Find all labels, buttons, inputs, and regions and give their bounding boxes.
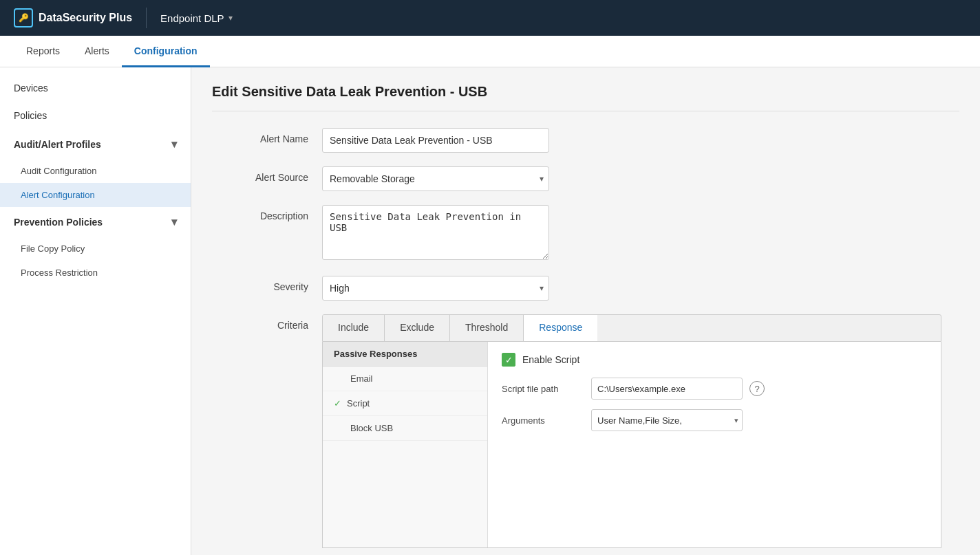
enable-script-checkbox[interactable]: ✓ <box>502 353 515 367</box>
criteria-tabs-bar: Include Exclude Threshold Response <box>322 314 941 342</box>
script-path-input[interactable] <box>591 378 743 400</box>
nav-configuration[interactable]: Configuration <box>122 36 210 67</box>
sidebar-item-audit-config[interactable]: Audit Configuration <box>0 159 191 183</box>
arguments-row: Arguments User Name,File Size, User Name… <box>502 409 927 431</box>
severity-label: Severity <box>212 276 322 292</box>
response-right-panel: ✓ Enable Script Script file path ? Argum… <box>488 342 941 547</box>
severity-row: Severity High Medium Low ▾ <box>212 276 959 301</box>
response-item-email[interactable]: Email <box>323 367 487 391</box>
passive-responses-header: Passive Responses <box>323 342 487 367</box>
script-check-icon: ✓ <box>334 398 341 409</box>
sidebar-item-file-copy[interactable]: File Copy Policy <box>0 237 191 261</box>
topbar-divider <box>146 8 147 28</box>
arguments-wrapper: User Name,File Size, User Name File Size… <box>591 409 743 431</box>
enable-script-label: Enable Script <box>522 354 579 365</box>
description-control: Sensitive Data Leak Prevention in USB <box>322 205 549 262</box>
response-item-block-usb[interactable]: Block USB <box>323 416 487 441</box>
alert-source-label: Alert Source <box>212 166 322 183</box>
module-arrow: ▾ <box>228 13 233 23</box>
chevron-icon-prevention: ▾ <box>171 215 177 228</box>
enable-script-row: ✓ Enable Script <box>502 353 927 367</box>
nav-reports[interactable]: Reports <box>14 36 72 67</box>
response-item-script[interactable]: ✓ Script <box>323 391 487 416</box>
tab-response[interactable]: Response <box>524 315 597 341</box>
sidebar: Devices Policies Audit/Alert Profiles ▾ … <box>0 67 191 555</box>
criteria-row: Criteria Include Exclude Threshold Respo… <box>212 314 959 548</box>
tab-threshold[interactable]: Threshold <box>450 315 524 341</box>
alert-source-row: Alert Source Removable Storage ▾ <box>212 166 959 191</box>
module-label: Endpoint DLP <box>160 12 224 24</box>
description-row: Description Sensitive Data Leak Preventi… <box>212 205 959 262</box>
sidebar-item-devices[interactable]: Devices <box>0 74 191 102</box>
topbar: 🔑 DataSecurity Plus Endpoint DLP ▾ <box>0 0 980 36</box>
response-left-panel: Passive Responses Email ✓ Script Block U… <box>323 342 488 547</box>
page-title: Edit Sensitive Data Leak Prevention - US… <box>212 84 959 111</box>
description-textarea[interactable]: Sensitive Data Leak Prevention in USB <box>322 205 549 260</box>
alert-name-label: Alert Name <box>212 128 322 144</box>
tab-exclude[interactable]: Exclude <box>385 315 450 341</box>
criteria-label: Criteria <box>212 314 322 331</box>
alert-name-control <box>322 128 549 153</box>
alert-source-control: Removable Storage ▾ <box>322 166 549 191</box>
logo-icon: 🔑 <box>14 8 33 28</box>
sidebar-item-alert-config[interactable]: Alert Configuration <box>0 183 191 207</box>
sidebar-item-process-restriction[interactable]: Process Restriction <box>0 261 191 285</box>
script-path-row: Script file path ? <box>502 378 927 400</box>
tab-include[interactable]: Include <box>323 315 385 341</box>
criteria-container: Include Exclude Threshold Response <box>322 314 941 548</box>
main-content: Edit Sensitive Data Leak Prevention - US… <box>191 67 980 555</box>
description-label: Description <box>212 205 322 221</box>
script-path-label: Script file path <box>502 384 584 394</box>
severity-control: High Medium Low ▾ <box>322 276 549 301</box>
sidebar-item-policies[interactable]: Policies <box>0 102 191 129</box>
alert-name-input[interactable] <box>322 128 549 153</box>
arguments-label: Arguments <box>502 415 584 426</box>
severity-wrapper: High Medium Low ▾ <box>322 276 549 301</box>
navbar: Reports Alerts Configuration <box>0 36 980 67</box>
alert-name-row: Alert Name <box>212 128 959 153</box>
sidebar-section-audit-alert[interactable]: Audit/Alert Profiles ▾ <box>0 129 191 159</box>
topbar-logo: 🔑 DataSecurity Plus <box>14 8 132 28</box>
sidebar-section-prevention[interactable]: Prevention Policies ▾ <box>0 207 191 237</box>
chevron-icon: ▾ <box>171 138 177 151</box>
topbar-module[interactable]: Endpoint DLP ▾ <box>160 12 233 24</box>
arguments-select[interactable]: User Name,File Size, User Name File Size… <box>591 409 743 431</box>
nav-alerts[interactable]: Alerts <box>72 36 122 67</box>
layout: Devices Policies Audit/Alert Profiles ▾ … <box>0 67 980 555</box>
tab-content-response: Passive Responses Email ✓ Script Block U… <box>322 342 941 548</box>
script-help-icon[interactable]: ? <box>749 381 765 396</box>
alert-source-select[interactable]: Removable Storage <box>322 166 549 191</box>
alert-source-wrapper: Removable Storage ▾ <box>322 166 549 191</box>
logo-text: DataSecurity Plus <box>39 12 132 24</box>
severity-select[interactable]: High Medium Low <box>322 276 549 301</box>
